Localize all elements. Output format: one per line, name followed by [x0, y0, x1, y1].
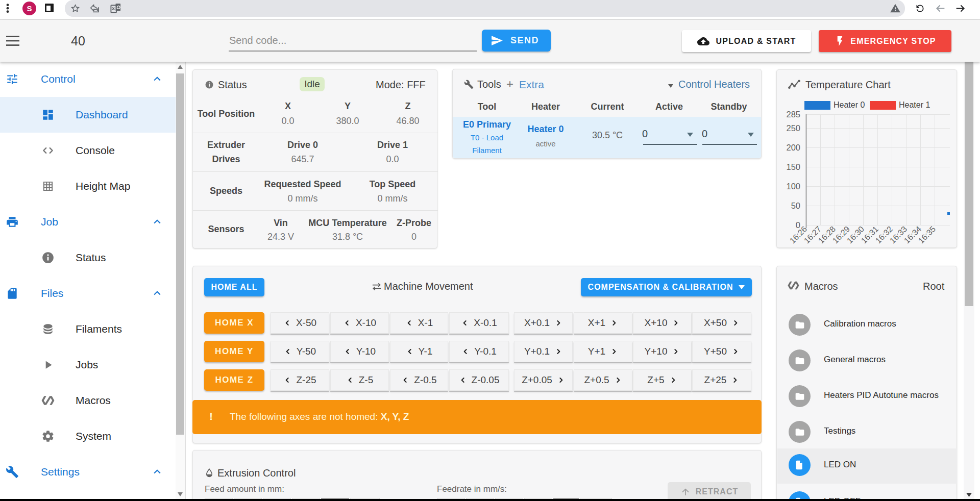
svg-text:100: 100 [786, 182, 800, 191]
svg-text:200: 200 [786, 143, 800, 152]
svg-text:50: 50 [791, 201, 800, 210]
svg-text:150: 150 [786, 162, 800, 171]
svg-text:250: 250 [786, 123, 800, 133]
svg-text:285: 285 [786, 111, 800, 119]
